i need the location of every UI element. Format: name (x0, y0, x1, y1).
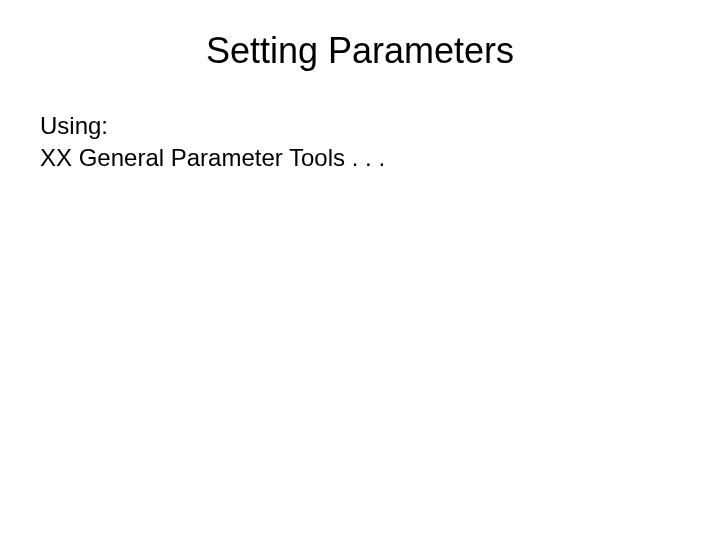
body-line-2: XX General Parameter Tools . . . (40, 142, 680, 174)
slide-body: Using: XX General Parameter Tools . . . (40, 110, 680, 175)
slide: Setting Parameters Using: XX General Par… (0, 0, 720, 540)
slide-title: Setting Parameters (40, 30, 680, 72)
body-line-1: Using: (40, 110, 680, 142)
